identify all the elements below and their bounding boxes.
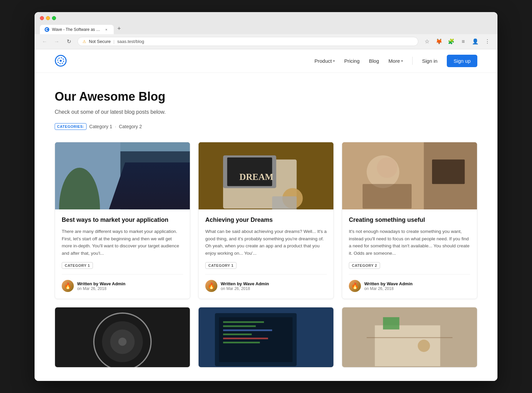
svg-rect-5 <box>120 151 190 209</box>
svg-rect-40 <box>375 326 440 366</box>
blog-section: Our Awesome Blog Check out some of our l… <box>35 73 497 381</box>
address-separator: | <box>113 39 114 44</box>
blog-cards-grid: Best ways to market your application The… <box>55 142 477 299</box>
extension-icon-3[interactable]: ≡ <box>459 37 468 46</box>
url-text: saas.test/blog <box>117 39 144 44</box>
logo-icon <box>55 55 67 67</box>
partial-cards-grid <box>55 307 477 367</box>
card-image-2: DREAM <box>199 142 333 209</box>
address-bar[interactable]: ⚠ Not Secure | saas.test/blog <box>77 37 418 46</box>
author-name-2: Written by Wave Admin <box>221 281 269 286</box>
new-tab-button[interactable]: + <box>114 24 124 34</box>
author-info-2: Written by Wave Admin on Mar 26, 2018 <box>221 281 269 291</box>
card-category-1[interactable]: CATEGORY 1 <box>62 262 93 269</box>
card-author-1: 🔥 Written by Wave Admin on Mar 26, 2018 <box>62 274 183 292</box>
blog-card-1[interactable]: Best ways to market your application The… <box>55 142 190 299</box>
author-date-3: on Mar 26, 2018 <box>364 286 413 291</box>
svg-rect-31 <box>219 317 292 362</box>
author-info-1: Written by Wave Admin on Mar 26, 2018 <box>77 281 125 291</box>
category-link-1[interactable]: Category 1 <box>89 124 112 129</box>
traffic-lights <box>40 16 56 20</box>
author-name-1: Written by Wave Admin <box>77 281 125 286</box>
bookmark-icon[interactable]: ☆ <box>422 37 432 46</box>
card-body-1: Best ways to market your application The… <box>55 209 190 299</box>
tab-title: Wave - The Software as a Ser <box>52 27 101 32</box>
forward-button[interactable]: → <box>52 37 61 46</box>
back-button[interactable]: ← <box>40 37 49 46</box>
tab-favicon <box>45 27 49 32</box>
signup-button[interactable]: Sign up <box>447 55 477 67</box>
card-title-1: Best ways to market your application <box>62 216 183 224</box>
tab-close-button[interactable]: × <box>104 27 109 32</box>
blog-subtitle: Check out some of our latest blog posts … <box>55 109 477 115</box>
card-category-2[interactable]: CATEGORY 1 <box>205 262 236 269</box>
browser-window: Wave - The Software as a Ser × + ← → ↻ ⚠… <box>35 12 497 381</box>
extension-icon-1[interactable]: 🦊 <box>434 37 444 46</box>
close-button[interactable] <box>40 16 44 20</box>
card-excerpt-1: There are many different ways to market … <box>62 228 183 257</box>
svg-rect-33 <box>223 326 256 327</box>
blog-title: Our Awesome Blog <box>55 90 477 104</box>
active-tab[interactable]: Wave - The Software as a Ser × <box>40 25 114 34</box>
product-chevron-icon: ▾ <box>333 59 335 63</box>
card-excerpt-3: It's not enough nowadays to create somet… <box>349 228 470 257</box>
svg-rect-32 <box>223 322 264 323</box>
blog-card-3[interactable]: Creating something useful It's not enoug… <box>342 142 477 299</box>
nav-link-more[interactable]: More ▾ <box>388 58 403 64</box>
category-link-2[interactable]: Category 2 <box>119 124 142 129</box>
svg-rect-16 <box>272 196 297 209</box>
navbar: Product ▾ Pricing Blog More ▾ Sign in Si… <box>35 49 497 73</box>
svg-rect-35 <box>223 334 252 335</box>
partial-card-3[interactable] <box>342 307 477 367</box>
categories-label: CATEGORIES: <box>55 123 87 130</box>
svg-rect-22 <box>432 159 465 184</box>
logo[interactable] <box>55 55 67 67</box>
security-label: Not Secure <box>89 39 111 44</box>
refresh-button[interactable]: ↻ <box>64 37 73 46</box>
svg-rect-41 <box>383 317 400 330</box>
card-body-3: Creating something useful It's not enoug… <box>342 209 477 299</box>
author-avatar-1: 🔥 <box>62 280 74 292</box>
partial-card-1[interactable] <box>55 307 190 367</box>
more-chevron-icon: ▾ <box>401 59 403 63</box>
tab-favicon-icon <box>46 28 48 31</box>
svg-point-28 <box>118 338 126 346</box>
signin-button[interactable]: Sign in <box>422 58 437 64</box>
svg-point-2 <box>60 60 62 62</box>
author-avatar-2: 🔥 <box>205 280 217 292</box>
nav-separator <box>412 57 413 65</box>
tabs-row: Wave - The Software as a Ser × + <box>40 24 492 34</box>
svg-point-43 <box>418 340 430 352</box>
card-category-3[interactable]: CATEGORY 2 <box>349 262 380 269</box>
author-info-3: Written by Wave Admin on Mar 26, 2018 <box>364 281 413 291</box>
svg-rect-36 <box>223 338 268 339</box>
category-dot: · <box>115 124 116 129</box>
author-avatar-3: 🔥 <box>349 280 361 292</box>
maximize-button[interactable] <box>52 16 56 20</box>
card-title-3: Creating something useful <box>349 216 470 224</box>
svg-text:DREAM: DREAM <box>240 172 273 182</box>
profile-icon[interactable]: 👤 <box>471 37 480 46</box>
author-name-3: Written by Wave Admin <box>364 281 413 286</box>
card-excerpt-2: What can be said about achieving your dr… <box>205 228 327 257</box>
nav-link-blog[interactable]: Blog <box>369 58 379 64</box>
author-date-1: on Mar 26, 2018 <box>77 286 125 291</box>
title-bar: Wave - The Software as a Ser × + <box>35 12 497 34</box>
card-author-3: 🔥 Written by Wave Admin on Mar 26, 2018 <box>349 274 470 292</box>
menu-icon[interactable]: ⋮ <box>483 37 492 46</box>
toolbar-icons: ☆ 🦊 🧩 ≡ 👤 ⋮ <box>422 37 492 46</box>
card-image-1 <box>55 142 190 209</box>
svg-rect-7 <box>128 176 161 209</box>
svg-point-23 <box>377 157 397 178</box>
nav-links: Product ▾ Pricing Blog More ▾ Sign in Si… <box>314 55 477 67</box>
nav-link-product[interactable]: Product ▾ <box>314 58 335 64</box>
minimize-button[interactable] <box>46 16 50 20</box>
card-title-2: Achieving your Dreams <box>205 216 327 224</box>
nav-link-pricing[interactable]: Pricing <box>344 58 360 64</box>
card-image-3 <box>342 142 477 209</box>
partial-card-2[interactable] <box>198 307 334 367</box>
author-date-2: on Mar 26, 2018 <box>221 286 269 291</box>
extension-icon-2[interactable]: 🧩 <box>446 37 456 46</box>
blog-card-2[interactable]: DREAM Achieving your Dreams What can be … <box>198 142 334 299</box>
nav-buttons: ← → ↻ <box>40 37 73 46</box>
